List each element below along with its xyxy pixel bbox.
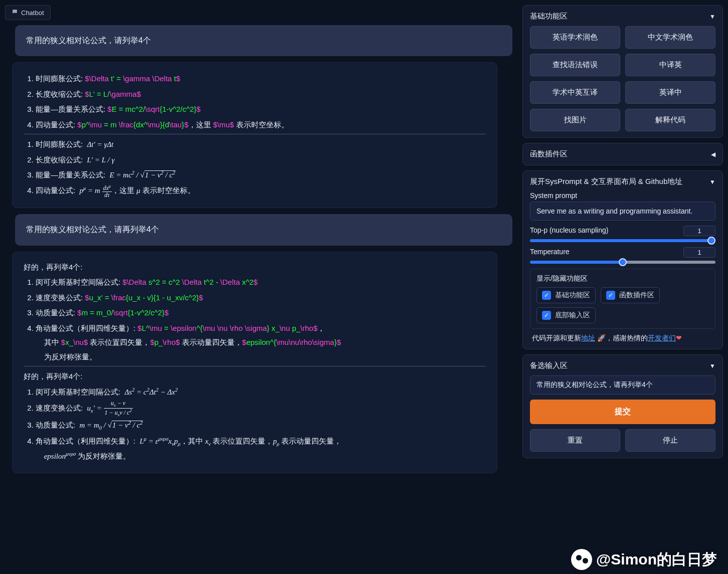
plugin-panel: 函数插件区 ◀: [522, 143, 723, 165]
chevron-down-icon: ▼: [709, 13, 715, 20]
check-icon: ✓: [606, 291, 615, 300]
fn-chinese-polish[interactable]: 中文学术润色: [625, 26, 715, 49]
plugin-panel-header[interactable]: 函数插件区 ◀: [530, 149, 715, 159]
tab-label: Chatbot: [21, 9, 44, 17]
fn-academic-translate[interactable]: 学术中英互译: [530, 81, 620, 104]
alt-input-panel: 备选输入区 ▼ 提交 重置 停止: [522, 354, 723, 458]
raw-latex-list: 闵可夫斯基时空间隔公式: $\Delta s^2 = c^2 \Delta t^…: [24, 275, 486, 364]
advanced-panel: 展开SysPrompt & 交互界面布局 & Github地址 ▼ System…: [522, 170, 723, 349]
fn-zh-to-en[interactable]: 中译英: [625, 54, 715, 76]
chat-icon: [12, 9, 18, 17]
chat-scroll[interactable]: 常用的狭义相对论公式，请列举4个 时间膨胀公式: $\Delta t' = \g…: [5, 25, 515, 569]
alt-input-field[interactable]: [530, 375, 715, 395]
fn-english-polish[interactable]: 英语学术润色: [530, 26, 620, 49]
fn-find-image[interactable]: 找图片: [530, 109, 620, 131]
reset-button[interactable]: 重置: [530, 429, 620, 452]
submit-button[interactable]: 提交: [530, 400, 715, 424]
basic-button-grid: 英语学术润色 中文学术润色 查找语法错误 中译英 学术中英互译 英译中 找图片 …: [530, 26, 715, 131]
chk-bottom-input[interactable]: ✓底部输入区: [536, 307, 596, 323]
assistant-message: 好的，再列举4个: 闵可夫斯基时空间隔公式: $\Delta s^2 = c^2…: [12, 252, 497, 473]
contributors-link[interactable]: 开发者们: [648, 334, 676, 342]
user-message: 常用的狭义相对论公式，请列举4个: [15, 25, 512, 56]
rendered-list: 时间膨胀公式: Δt′ = γΔt 长度收缩公式: L′ = L / γ 能量—…: [24, 137, 486, 199]
footer-note: 代码开源和更新地址 🚀，感谢热情的开发者们❤: [530, 334, 715, 343]
temp-label: Temperature: [530, 248, 570, 256]
chevron-left-icon: ◀: [711, 151, 715, 158]
chevron-down-icon: ▼: [709, 362, 715, 369]
temp-slider[interactable]: [530, 261, 715, 264]
repo-link[interactable]: 地址: [581, 334, 595, 342]
chatbot-tab[interactable]: Chatbot: [5, 5, 51, 20]
alt-input-header[interactable]: 备选输入区 ▼: [530, 361, 715, 370]
fn-en-to-zh[interactable]: 英译中: [625, 81, 715, 104]
basic-panel-header[interactable]: 基础功能区 ▼: [530, 12, 715, 21]
rendered-list: 闵可夫斯基时空间隔公式: Δs2 = c2Δt2 − Δx2 速度变换公式: u…: [24, 385, 486, 464]
chk-basic[interactable]: ✓基础功能区: [536, 287, 596, 303]
topp-label: Top-p (nucleus sampling): [530, 226, 608, 234]
check-icon: ✓: [542, 311, 551, 320]
chevron-down-icon: ▼: [709, 178, 715, 185]
assistant-message: 时间膨胀公式: $\Delta t' = \gamma \Delta t$ 长度…: [12, 62, 497, 208]
basic-panel: 基础功能区 ▼ 英语学术润色 中文学术润色 查找语法错误 中译英 学术中英互译 …: [522, 5, 723, 138]
temp-value[interactable]: 1: [683, 247, 715, 258]
sysprompt-input[interactable]: [530, 202, 715, 221]
raw-latex-list: 时间膨胀公式: $\Delta t' = \gamma \Delta t$ 长度…: [24, 72, 486, 132]
topp-value[interactable]: 1: [683, 226, 715, 236]
heart-icon: ❤: [676, 334, 682, 342]
chk-plugin[interactable]: ✓函数插件区: [601, 287, 660, 303]
stop-button[interactable]: 停止: [625, 429, 715, 452]
fn-grammar-check[interactable]: 查找语法错误: [530, 54, 620, 76]
check-icon: ✓: [542, 291, 551, 300]
user-message: 常用的狭义相对论公式，请再列举4个: [15, 214, 512, 245]
advanced-panel-header[interactable]: 展开SysPrompt & 交互界面布局 & Github地址 ▼: [530, 177, 715, 186]
visibility-group: 显示/隐藏功能区 ✓基础功能区 ✓函数插件区 ✓底部输入区: [530, 269, 715, 329]
topp-slider[interactable]: [530, 239, 715, 242]
sysprompt-label: System prompt: [530, 192, 715, 200]
fn-explain-code[interactable]: 解释代码: [625, 109, 715, 131]
